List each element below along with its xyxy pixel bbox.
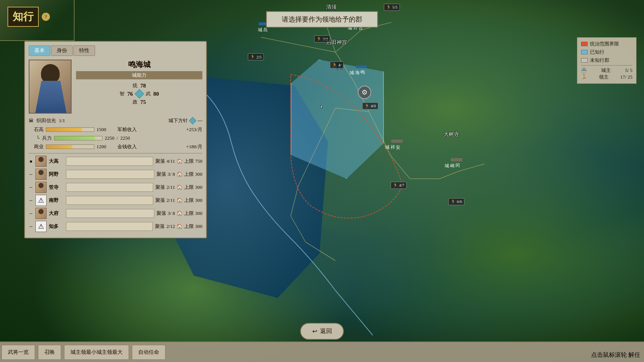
settlement-name-bar	[66, 209, 154, 218]
commerce-row: 商业 1200 金钱收入 +180/月	[29, 143, 202, 150]
troop-bar-fill	[54, 136, 95, 140]
game-title: 知行	[7, 7, 39, 27]
settlement-avatar	[35, 182, 47, 193]
domain-master-icon: 🏃	[581, 74, 587, 80]
settlement-name-bar	[66, 157, 153, 166]
settlement-name: 大高	[49, 158, 64, 165]
settlement-stats: 聚落 2/11 🏠 上限 300	[155, 197, 202, 204]
map-label-kiyosu: 清须	[326, 4, 337, 10]
legend-color-unknown	[581, 58, 588, 63]
stat-row-tong: 统 78	[76, 82, 202, 89]
btn-castle-domain[interactable]: 城主领最小城主领最大	[64, 345, 129, 360]
domain-master-label: 领主	[599, 74, 609, 80]
settlement-item[interactable]: ■ 大高 聚落 4/11 🏠 上限 750	[29, 156, 202, 167]
stat-row-zheng: 政 75	[76, 99, 202, 105]
settlement-lead: ─	[29, 185, 33, 190]
settlement-limit-value: 300	[195, 171, 203, 177]
return-icon: ↩	[312, 328, 317, 335]
character-info: 鸣海城 城能力 统 78 智 76 武 80 政 75	[76, 60, 202, 114]
settlement-warning-icon: ⚠	[35, 221, 47, 232]
settlement-limit-value: 300	[195, 223, 203, 229]
rice-bar	[46, 127, 94, 132]
settlement-item[interactable]: ─ 大府 聚落 3/ 8 🏠 上限 300	[29, 208, 202, 219]
settlement-stats: 聚落 2/12 🏠 上限 300	[155, 223, 202, 230]
settlement-warning-icon: ⚠	[35, 195, 47, 206]
settlement-stats: 聚落 3/ 8 🏠 上限 300	[157, 171, 202, 178]
settlement-name-bar	[66, 222, 153, 231]
stats-grid: 统 78 智 76 武 80 政 75	[76, 82, 202, 105]
policy-label: 城下方针	[168, 117, 188, 124]
settlement-limit-value: 300	[195, 210, 203, 216]
castle-flag: 安祥城	[391, 140, 402, 143]
settlement-item[interactable]: ─ 笠寺 聚落 2/11 🏠 上限 300	[29, 182, 202, 193]
tab-traits[interactable]: 特性	[73, 45, 95, 56]
settlement-lead: ─	[29, 172, 33, 177]
troop-marker: 🏃 6/6	[448, 198, 464, 205]
troop-bar	[54, 136, 102, 140]
btn-auto-assign[interactable]: 自动任命	[132, 345, 165, 360]
troop-max: 2250	[120, 135, 130, 141]
settlement-limit-label: 上限	[184, 223, 194, 230]
tab-identity[interactable]: 身份	[51, 45, 73, 56]
domain-master-value: 17/ 25	[620, 74, 632, 80]
castle-master-value: 5/ 5	[625, 67, 632, 73]
rice-income-label: 军粮收入	[117, 126, 137, 133]
return-button[interactable]: ↩ 返回	[300, 323, 344, 340]
settlement-limit-value: 750	[195, 158, 203, 164]
stat-value-zhi: 76	[127, 91, 133, 97]
castle-master-icon: 🏯	[581, 67, 587, 73]
settlement-limit-label: 上限	[184, 158, 194, 165]
castle-ability-bar: 城能力	[76, 71, 202, 79]
settlement-item[interactable]: ─ ⚠ 南野 聚落 2/11 🏠 上限 300	[29, 195, 202, 206]
castle-banner-narumi: 鸣海城	[356, 65, 367, 68]
legend-label-unknown: 未知行郡	[590, 57, 609, 64]
settlement-name: 阿野	[49, 171, 64, 178]
settlement-avatar	[35, 156, 47, 167]
legend-castle-master: 🏯 城主 5/ 5	[581, 67, 632, 74]
stat-label-tong: 统	[133, 82, 138, 89]
settlement-name: 笠寺	[49, 184, 64, 191]
settlement-lead: ─	[29, 224, 33, 229]
troop-current: 2250	[105, 135, 114, 141]
stat-label-zhi: 智	[120, 90, 124, 97]
help-button[interactable]: ?	[42, 13, 50, 21]
troop-marker: 🏃 2/5	[248, 53, 264, 60]
policy-diamond-icon	[189, 117, 196, 124]
settlement-limit-icon: 🏠	[177, 158, 183, 164]
settlement-type: 聚落	[157, 171, 166, 178]
settlement-value: 4/11	[167, 158, 175, 164]
tab-basic[interactable]: 基本	[29, 45, 50, 56]
main-panel: 基本 身份 特性 鸣海城 城能力 统 78 智 76 武 80	[24, 41, 207, 238]
legend-divider	[581, 65, 632, 66]
troop-marker-top: 🏃 5/5	[384, 4, 400, 11]
commerce-bar	[46, 145, 94, 149]
rice-income-value: +253/月	[139, 126, 202, 133]
settlement-value: 2/11	[167, 197, 175, 203]
btn-summon[interactable]: 召唤	[38, 345, 61, 360]
settlement-lead: ■	[29, 159, 33, 163]
settlement-item[interactable]: ─ 阿野 聚落 3/ 8 🏠 上限 300	[29, 169, 202, 180]
bottom-hint-area: 点击鼠标滚轮 解任	[591, 351, 640, 359]
btn-general-list[interactable]: 武将一览	[1, 345, 35, 360]
settlement-type: 聚落	[157, 210, 166, 217]
troop-row: └ 兵力 2250 / 2250	[29, 135, 202, 142]
officer-count: 1/1	[59, 118, 65, 124]
settlement-item[interactable]: ─ ⚠ 知多 聚落 2/12 🏠 上限 300	[29, 221, 202, 232]
stat-row-zhi-wu: 智 76 武 80	[76, 90, 202, 97]
title-area: 知行 ?	[7, 7, 50, 27]
rice-label: 石高	[29, 126, 44, 133]
policy-value: ---	[198, 118, 202, 124]
legend-panel: 统治范围界限 已知行 未知行郡 🏯 城主 5/ 5 🏃 领主 17/ 25	[577, 37, 637, 84]
settlement-type: 聚落	[155, 184, 165, 191]
castle-icon-narumi: ⚙	[358, 86, 371, 99]
commerce-value: 1200	[97, 144, 115, 150]
return-label: 返回	[320, 327, 332, 335]
settlement-value: 3/ 8	[168, 210, 175, 216]
settlement-name: 知多	[49, 223, 64, 230]
troop-marker: 🏃 4/6	[362, 102, 378, 109]
settlement-type: 聚落	[155, 197, 165, 204]
commerce-bar-fill	[46, 145, 72, 149]
settlement-limit-icon: 🏠	[177, 197, 183, 203]
character-portrait	[29, 60, 72, 114]
character-area: 鸣海城 城能力 统 78 智 76 武 80 政 75	[29, 60, 202, 114]
